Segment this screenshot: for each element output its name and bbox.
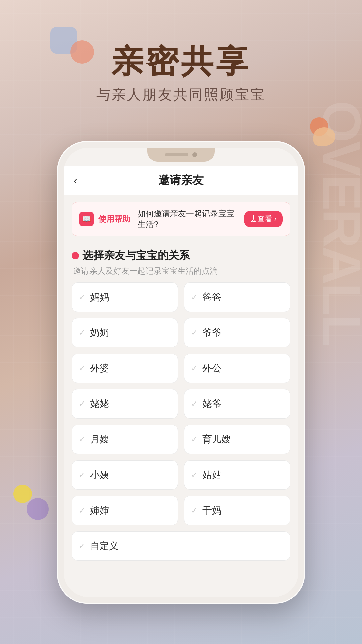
relationship-name: 爷爷 <box>202 326 221 339</box>
sub-title: 与亲人朋友共同照顾宝宝 <box>0 85 362 104</box>
relationship-grid: ✓ 妈妈 ✓ 爸爸 ✓ 奶奶 ✓ 爷爷 ✓ 外婆 ✓ 外公 ✓ 姥姥 ✓ 姥爷 … <box>64 279 298 529</box>
check-icon: ✓ <box>191 292 198 302</box>
custom-name: 自定义 <box>90 540 118 552</box>
help-label: 使用帮助 <box>98 214 130 224</box>
relationship-name: 妈妈 <box>90 291 109 304</box>
relationship-name: 爸爸 <box>202 291 221 304</box>
header-area: 亲密共享 与亲人朋友共同照顾宝宝 <box>0 44 362 104</box>
check-icon: ✓ <box>79 364 85 373</box>
relationship-item[interactable]: ✓ 外婆 <box>72 354 178 383</box>
relationship-item[interactable]: ✓ 婶婶 <box>72 496 178 525</box>
check-icon: ✓ <box>191 328 198 337</box>
custom-relationship-item[interactable]: ✓ 自定义 <box>72 531 290 561</box>
main-title: 亲密共享 <box>0 44 362 79</box>
relationship-name: 奶奶 <box>90 326 109 339</box>
relationship-item[interactable]: ✓ 干妈 <box>184 496 290 525</box>
section-title-dot <box>72 252 79 259</box>
check-icon: ✓ <box>79 506 85 515</box>
section-subtitle: 邀请亲人及好友一起记录宝宝生活的点滴 <box>72 266 290 276</box>
help-banner: 📖 使用帮助 如何邀请亲友一起记录宝宝生活? 去查看 › <box>72 202 290 236</box>
check-icon: ✓ <box>79 470 85 480</box>
section-header: 选择亲友与宝宝的关系 邀请亲人及好友一起记录宝宝生活的点滴 <box>64 243 298 279</box>
custom-check-icon: ✓ <box>79 541 85 551</box>
check-icon: ✓ <box>79 435 85 444</box>
relationship-name: 外公 <box>202 362 221 375</box>
notch-speaker <box>165 153 188 156</box>
relationship-item[interactable]: ✓ 小姨 <box>72 460 178 490</box>
shape-purple-circle <box>27 498 49 520</box>
relationship-name: 婶婶 <box>90 504 109 517</box>
phone-notch <box>147 148 215 162</box>
relationship-item[interactable]: ✓ 月嫂 <box>72 425 178 454</box>
phone-inner: ‹ 邀请亲友 📖 使用帮助 如何邀请亲友一起记录宝宝生活? 去查看 › 选择亲友… <box>64 148 298 597</box>
nav-bar: ‹ 邀请亲友 <box>64 166 298 195</box>
relationship-item[interactable]: ✓ 奶奶 <box>72 318 178 347</box>
check-icon: ✓ <box>191 506 198 515</box>
shape-peach-blob <box>313 127 335 146</box>
section-title: 选择亲友与宝宝的关系 <box>72 248 290 263</box>
relationship-item[interactable]: ✓ 妈妈 <box>72 282 178 312</box>
shape-yellow-circle <box>13 485 32 503</box>
help-icon: 📖 <box>79 212 94 226</box>
help-text: 如何邀请亲友一起记录宝宝生活? <box>138 208 239 230</box>
relationship-item[interactable]: ✓ 育儿嫂 <box>184 425 290 454</box>
check-icon: ✓ <box>79 399 85 409</box>
notch-camera <box>192 152 197 157</box>
relationship-name: 干妈 <box>202 504 221 517</box>
relationship-name: 外婆 <box>90 362 109 375</box>
relationship-item[interactable]: ✓ 爷爷 <box>184 318 290 347</box>
relationship-name: 小姨 <box>90 469 109 481</box>
relationship-item[interactable]: ✓ 姥姥 <box>72 389 178 419</box>
check-icon: ✓ <box>79 328 85 337</box>
back-button[interactable]: ‹ <box>74 174 77 187</box>
check-icon: ✓ <box>79 292 85 302</box>
app-content: ‹ 邀请亲友 📖 使用帮助 如何邀请亲友一起记录宝宝生活? 去查看 › 选择亲友… <box>64 148 298 597</box>
page-title: 邀请亲友 <box>158 173 204 188</box>
relationship-name: 月嫂 <box>90 433 109 446</box>
check-icon: ✓ <box>191 435 198 444</box>
relationship-item[interactable]: ✓ 爸爸 <box>184 282 290 312</box>
relationship-name: 姥爷 <box>202 397 221 410</box>
relationship-item[interactable]: ✓ 姥爷 <box>184 389 290 419</box>
relationship-name: 姑姑 <box>202 469 221 481</box>
relationship-item[interactable]: ✓ 姑姑 <box>184 460 290 490</box>
phone-mockup: ‹ 邀请亲友 📖 使用帮助 如何邀请亲友一起记录宝宝生活? 去查看 › 选择亲友… <box>57 141 305 604</box>
check-icon: ✓ <box>191 364 198 373</box>
check-icon: ✓ <box>191 399 198 409</box>
relationship-name: 育儿嫂 <box>202 433 231 446</box>
relationship-item[interactable]: ✓ 外公 <box>184 354 290 383</box>
help-button[interactable]: 去查看 › <box>244 211 283 227</box>
relationship-name: 姥姥 <box>90 397 109 410</box>
check-icon: ✓ <box>191 470 198 480</box>
